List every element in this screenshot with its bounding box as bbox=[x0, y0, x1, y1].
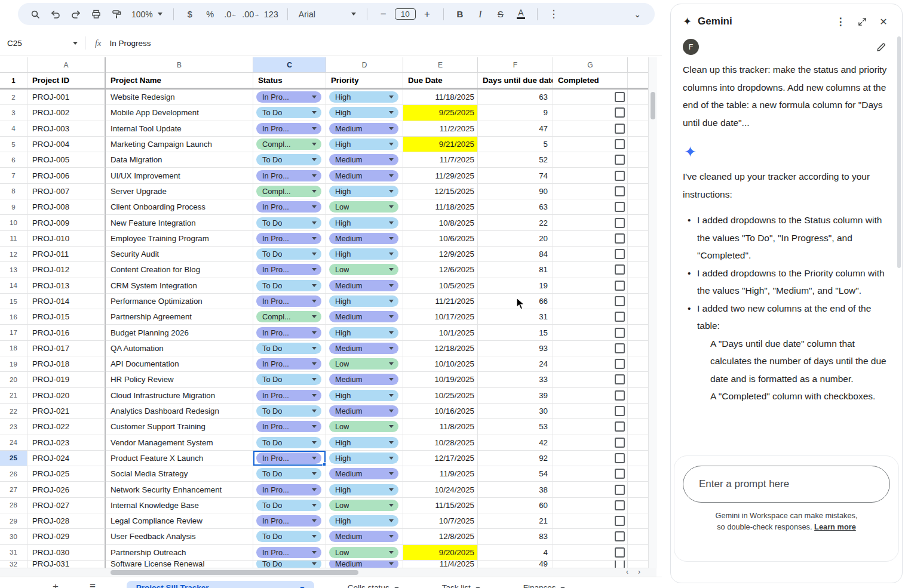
priority-chip-dropdown[interactable]: Medium bbox=[329, 170, 398, 181]
font-size-input[interactable]: 10 bbox=[395, 8, 416, 20]
cell-completed[interactable] bbox=[553, 215, 628, 230]
cell-days-until-due[interactable]: 49 bbox=[478, 561, 553, 568]
priority-chip-dropdown[interactable]: Medium bbox=[329, 405, 398, 417]
cell-project-id[interactable]: PROJ-029 bbox=[27, 529, 106, 544]
cell-project-name[interactable]: Customer Support Training bbox=[106, 419, 253, 435]
cell-due-date[interactable]: 10/28/2025 bbox=[403, 435, 478, 451]
cell-project-name[interactable]: HR Policy Review bbox=[106, 372, 253, 387]
checkbox[interactable] bbox=[615, 249, 625, 259]
cell-project-id[interactable]: PROJ-006 bbox=[27, 168, 106, 183]
row-header[interactable]: 29 bbox=[0, 513, 27, 529]
cell-completed[interactable] bbox=[553, 325, 628, 340]
status-chip-dropdown[interactable]: In Pro... bbox=[256, 547, 321, 558]
more-formats-icon[interactable]: 123 bbox=[262, 6, 280, 23]
status-chip-dropdown[interactable]: In Pro... bbox=[256, 233, 321, 244]
decrease-decimal-icon[interactable]: .0← bbox=[222, 6, 240, 23]
cell-project-id[interactable]: PROJ-008 bbox=[27, 199, 106, 215]
checkbox[interactable] bbox=[615, 155, 625, 165]
cell-days-until-due[interactable]: 33 bbox=[478, 372, 553, 387]
cell-project-name[interactable]: Performance Optimization bbox=[106, 294, 253, 309]
cell-project-name[interactable]: Content Creation for Blog bbox=[106, 262, 253, 278]
cell-due-date[interactable]: 10/17/2025 bbox=[403, 309, 478, 325]
cell-due-date[interactable]: 10/24/2025 bbox=[403, 482, 478, 497]
status-chip-dropdown[interactable]: In Pro... bbox=[256, 390, 321, 401]
status-chip-dropdown[interactable]: In Pro... bbox=[256, 452, 321, 464]
cell-priority[interactable]: Medium bbox=[326, 404, 403, 419]
cell-due-date[interactable]: 11/9/2025 bbox=[403, 466, 478, 482]
priority-chip-dropdown[interactable]: Medium bbox=[329, 343, 398, 354]
cell-days-until-due[interactable]: 39 bbox=[478, 388, 553, 404]
cell-days-until-due[interactable]: 83 bbox=[478, 529, 553, 544]
cell-project-id[interactable]: PROJ-013 bbox=[27, 278, 106, 294]
cell-due-date[interactable]: 9/21/2025 bbox=[403, 137, 478, 152]
column-header-C[interactable]: C bbox=[253, 57, 326, 73]
cell-completed[interactable] bbox=[553, 372, 628, 387]
cell-project-id[interactable]: PROJ-019 bbox=[27, 372, 106, 387]
cell-project-name[interactable]: New Feature Integration bbox=[106, 215, 253, 230]
checkbox[interactable] bbox=[615, 406, 625, 416]
cell-due-date[interactable]: 10/1/2025 bbox=[403, 325, 478, 340]
cell-due-date[interactable]: 10/7/2025 bbox=[403, 513, 478, 529]
status-chip-dropdown[interactable]: To Do bbox=[256, 343, 321, 354]
priority-chip-dropdown[interactable]: High bbox=[329, 515, 398, 527]
sheet-tab[interactable]: Cells status bbox=[338, 581, 409, 588]
row-header[interactable]: 1 bbox=[0, 73, 27, 88]
checkbox[interactable] bbox=[615, 233, 625, 244]
cell-priority[interactable]: High bbox=[326, 105, 403, 121]
cell-status[interactable]: To Do bbox=[253, 466, 326, 482]
cell-project-name[interactable]: Partnership Agreement bbox=[106, 309, 253, 325]
cell-priority[interactable]: High bbox=[326, 435, 403, 451]
cell-status[interactable]: In Pro... bbox=[253, 419, 326, 435]
horizontal-scrollbar[interactable]: ‹ › bbox=[0, 568, 656, 577]
cell-due-date[interactable]: 11/18/2025 bbox=[403, 90, 478, 105]
cell-status[interactable]: In Pro... bbox=[253, 121, 326, 137]
field-header[interactable]: Project Name bbox=[106, 73, 253, 88]
priority-chip-dropdown[interactable]: High bbox=[329, 484, 398, 495]
cell-status[interactable]: In Pro... bbox=[253, 325, 326, 340]
checkbox[interactable] bbox=[615, 438, 625, 448]
cell-priority[interactable]: Low bbox=[326, 545, 403, 561]
cell-days-until-due[interactable]: 20 bbox=[478, 231, 553, 247]
status-chip-dropdown[interactable]: To Do bbox=[256, 374, 321, 385]
undo-icon[interactable] bbox=[47, 6, 65, 23]
zoom-select[interactable]: 100% bbox=[128, 10, 166, 19]
status-chip-dropdown[interactable]: In Pro... bbox=[256, 484, 321, 495]
row-header[interactable]: 15 bbox=[0, 294, 27, 309]
cell-status[interactable]: Compl... bbox=[253, 184, 326, 199]
status-chip-dropdown[interactable]: Compl... bbox=[256, 138, 321, 150]
cell-project-name[interactable]: Budget Planning 2026 bbox=[106, 325, 253, 340]
cell-project-name[interactable]: Network Security Enhancement bbox=[106, 482, 253, 497]
cell-project-id[interactable]: PROJ-002 bbox=[27, 105, 106, 121]
cell-status[interactable]: Compl... bbox=[253, 137, 326, 152]
cell-project-id[interactable]: PROJ-031 bbox=[27, 561, 106, 568]
cell-completed[interactable] bbox=[553, 278, 628, 294]
priority-chip-dropdown[interactable]: High bbox=[329, 452, 398, 464]
print-icon[interactable] bbox=[87, 6, 105, 23]
cell-days-until-due[interactable]: 53 bbox=[478, 419, 553, 435]
cell-project-name[interactable]: Marketing Campaign Launch bbox=[106, 137, 253, 152]
cell-project-name[interactable]: Product Feature X Launch bbox=[106, 451, 253, 466]
cell-completed[interactable] bbox=[553, 356, 628, 372]
cell-project-id[interactable]: PROJ-001 bbox=[27, 90, 106, 105]
cell-project-name[interactable]: Employee Training Program bbox=[106, 231, 253, 247]
field-header[interactable]: Project ID bbox=[27, 73, 106, 88]
cell-project-id[interactable]: PROJ-004 bbox=[27, 137, 106, 152]
cell-project-id[interactable]: PROJ-009 bbox=[27, 215, 106, 230]
priority-chip-dropdown[interactable]: Low bbox=[329, 201, 398, 213]
vertical-scrollbar[interactable] bbox=[648, 57, 657, 568]
column-header-F[interactable]: F bbox=[478, 57, 553, 73]
priority-chip-dropdown[interactable]: Low bbox=[329, 500, 398, 511]
row-header[interactable]: 20 bbox=[0, 372, 27, 387]
cell-days-until-due[interactable]: 90 bbox=[478, 184, 553, 199]
priority-chip-dropdown[interactable]: High bbox=[329, 217, 398, 229]
cell-completed[interactable] bbox=[553, 231, 628, 247]
cell-project-name[interactable]: Internal Knowledge Base bbox=[106, 498, 253, 513]
cell-due-date[interactable]: 10/16/2025 bbox=[403, 404, 478, 419]
cell-status[interactable]: In Pro... bbox=[253, 168, 326, 183]
font-select[interactable]: Arial bbox=[295, 10, 360, 19]
priority-chip-dropdown[interactable]: Medium bbox=[329, 311, 398, 322]
cell-days-until-due[interactable]: 22 bbox=[478, 215, 553, 230]
checkbox[interactable] bbox=[615, 343, 625, 353]
cell-project-id[interactable]: PROJ-011 bbox=[27, 247, 106, 262]
field-header[interactable]: Due Date bbox=[403, 73, 478, 88]
